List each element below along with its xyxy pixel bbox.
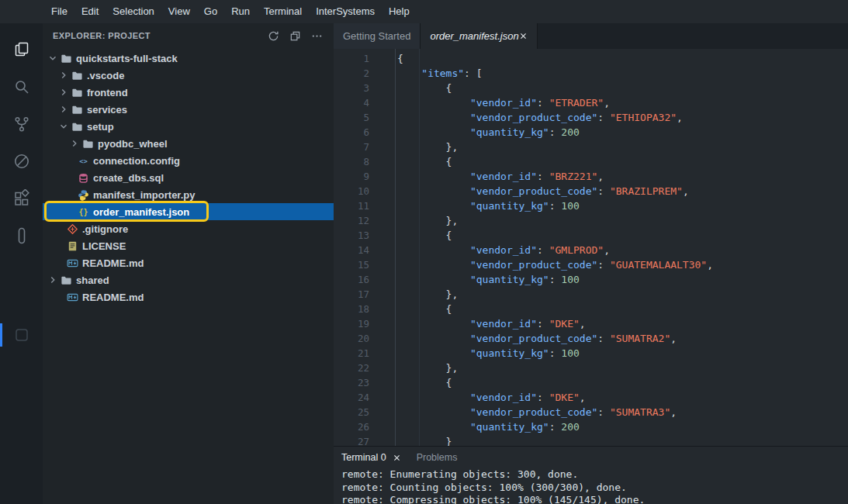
code-line[interactable]: 27 } <box>334 434 848 446</box>
line-number: 25 <box>334 405 380 419</box>
code-line[interactable]: 14 "vendor_id": "GMLPROD", <box>334 243 848 257</box>
folder-icon <box>71 120 83 133</box>
tab-close-icon[interactable] <box>519 32 528 40</box>
line-number: 10 <box>334 184 380 198</box>
code-line[interactable]: 24 "vendor_id": "DKE", <box>334 390 848 405</box>
line-number: 12 <box>334 213 380 228</box>
menu-item-help[interactable]: Help <box>382 0 417 23</box>
chevron-right-icon <box>58 87 71 98</box>
tree-item-pyodbc-wheel[interactable]: pyodbc_wheel <box>43 135 334 152</box>
refresh-icon[interactable] <box>268 30 279 42</box>
code-line[interactable]: 10 "vendor_product_code": "BRAZILPREM", <box>334 184 848 198</box>
code-editor[interactable]: 1{2 "items": [3 {4 "vendor_id": "ETRADER… <box>334 49 848 446</box>
chevron-down-icon <box>47 53 60 64</box>
code-line[interactable]: 2 "items": [ <box>334 66 848 81</box>
code-line[interactable]: 25 "vendor_product_code": "SUMATRA3", <box>334 405 848 419</box>
tree-item-manifest-importer-py[interactable]: manifest_importer.py <box>43 186 334 203</box>
menu-item-go[interactable]: Go <box>197 0 224 23</box>
menu-item-file[interactable]: File <box>44 0 74 23</box>
code-line[interactable]: 17 }, <box>334 287 848 302</box>
tree-item-services[interactable]: services <box>43 101 334 118</box>
line-number: 19 <box>334 316 380 331</box>
explorer-actions <box>268 30 323 42</box>
tree-item-quickstarts-full-stack[interactable]: quickstarts-full-stack <box>43 50 334 67</box>
activity-item-plugin[interactable] <box>0 316 43 354</box>
svg-text:<>: <> <box>79 157 88 164</box>
code-line-content: { <box>380 302 452 316</box>
more-actions-icon[interactable] <box>311 30 323 42</box>
code-line[interactable]: 1{ <box>334 51 848 66</box>
activity-item-intersystems[interactable] <box>0 217 43 254</box>
chevron-down-icon <box>58 121 71 132</box>
tree-item-readme-md[interactable]: README.md <box>43 288 334 306</box>
line-number: 4 <box>334 95 380 110</box>
line-number: 20 <box>334 331 380 346</box>
activity-item-files[interactable] <box>0 31 43 68</box>
tree-item-setup[interactable]: setup <box>43 118 334 135</box>
code-line-content: { <box>380 81 452 95</box>
circle-slash-icon <box>12 152 31 171</box>
terminal-output[interactable]: remote: Enumerating objects: 300, done.r… <box>334 468 848 504</box>
code-line[interactable]: 9 "vendor_id": "BRZ221", <box>334 169 848 184</box>
code-line[interactable]: 5 "vendor_product_code": "ETHIOPA32", <box>334 110 848 125</box>
activity-item-source-control[interactable] <box>0 105 43 143</box>
menu-item-view[interactable]: View <box>161 0 197 23</box>
panel-tab-close-icon[interactable] <box>393 454 401 462</box>
tree-item-order-manifest-json[interactable]: {}order_manifest.json <box>43 203 334 220</box>
code-line[interactable]: 11 "quantity_kg": 100 <box>334 198 848 213</box>
tree-item-create-dbs-sql[interactable]: create_dbs.sql <box>43 169 334 186</box>
editor-tab-getting-started[interactable]: Getting Started <box>334 23 421 49</box>
menu-item-intersystems[interactable]: InterSystems <box>309 0 382 23</box>
explorer-title: EXPLORER: PROJECT <box>53 31 151 40</box>
tree-item-gitignore[interactable]: .gitignore <box>43 220 334 237</box>
files-icon <box>12 40 31 59</box>
tree-item-label: connection.config <box>93 155 180 167</box>
code-line-content: "quantity_kg": 100 <box>380 346 580 361</box>
code-line[interactable]: 6 "quantity_kg": 200 <box>334 125 848 140</box>
code-line[interactable]: 20 "vendor_product_code": "SUMATRA2", <box>334 331 848 346</box>
file-tree: quickstarts-full-stack.vscodefrontendser… <box>43 48 334 306</box>
code-line[interactable]: 12 }, <box>334 213 848 228</box>
line-number: 16 <box>334 272 380 287</box>
editor-tab-order-manifest-json[interactable]: order_manifest.json <box>421 23 537 49</box>
code-line[interactable]: 18 { <box>334 302 848 316</box>
code-line[interactable]: 13 { <box>334 228 848 243</box>
activity-item-circle-slash[interactable] <box>0 143 43 180</box>
tree-item-license[interactable]: LICENSE <box>43 237 334 254</box>
code-line[interactable]: 23 { <box>334 375 848 390</box>
code-line[interactable]: 22 }, <box>334 361 848 375</box>
code-line-content: "vendor_id": "DKE", <box>380 316 586 331</box>
code-line[interactable]: 3 { <box>334 81 848 95</box>
line-number: 1 <box>334 51 380 66</box>
code-line[interactable]: 15 "vendor_product_code": "GUATEMALAALT3… <box>334 257 848 272</box>
line-number: 3 <box>334 81 380 95</box>
tree-item-shared[interactable]: shared <box>43 271 334 288</box>
menu-item-edit[interactable]: Edit <box>74 0 106 23</box>
code-line[interactable]: 16 "quantity_kg": 100 <box>334 272 848 287</box>
line-number: 9 <box>334 169 380 184</box>
menu-item-selection[interactable]: Selection <box>106 0 161 23</box>
menu-item-run[interactable]: Run <box>224 0 257 23</box>
panel-tab-problems[interactable]: Problems <box>417 452 458 463</box>
tree-item-connection-config[interactable]: <>connection.config <box>43 152 334 169</box>
chevron-right-icon <box>69 138 81 149</box>
code-line[interactable]: 26 "quantity_kg": 200 <box>334 419 848 434</box>
line-number: 11 <box>334 198 380 213</box>
code-line[interactable]: 19 "vendor_id": "DKE", <box>334 316 848 331</box>
menu-item-terminal[interactable]: Terminal <box>257 0 309 23</box>
bottom-panel: Terminal 0Problems remote: Enumerating o… <box>334 446 848 504</box>
tree-item-frontend[interactable]: frontend <box>43 84 334 101</box>
code-line[interactable]: 21 "quantity_kg": 100 <box>334 346 848 361</box>
line-number: 6 <box>334 125 380 140</box>
panel-tab-terminal-0[interactable]: Terminal 0 <box>341 452 401 463</box>
code-line[interactable]: 8 { <box>334 154 848 169</box>
activity-item-search[interactable] <box>0 68 43 105</box>
line-number: 24 <box>334 390 380 405</box>
activity-item-extensions[interactable] <box>0 180 43 217</box>
code-line[interactable]: 7 }, <box>334 140 848 154</box>
tree-item-readme-md[interactable]: README.md <box>43 254 334 271</box>
menu-bar: FileEditSelectionViewGoRunTerminalInterS… <box>0 0 848 23</box>
collapse-editors-icon[interactable] <box>289 30 301 42</box>
code-line[interactable]: 4 "vendor_id": "ETRADER", <box>334 95 848 110</box>
tree-item-vscode[interactable]: .vscode <box>43 67 334 84</box>
